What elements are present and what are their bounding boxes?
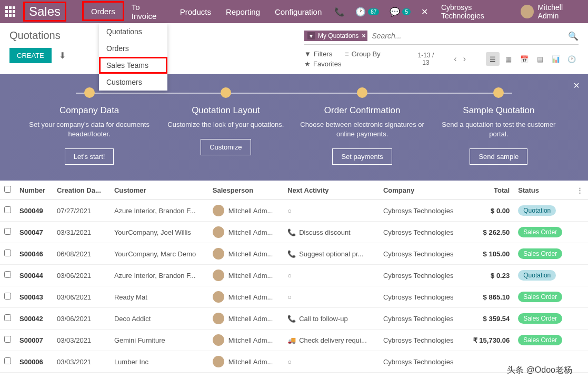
cell-more[interactable] xyxy=(571,243,588,265)
table-row[interactable]: S00046 06/08/2021 YourCompany, Marc Demo… xyxy=(0,243,588,265)
phone-activity-icon[interactable]: 📞 xyxy=(287,228,296,236)
facet-label: My Quotations xyxy=(318,32,358,39)
activity-empty-icon[interactable]: ○ xyxy=(287,358,292,366)
step-desc: Choose between electronic signatures or … xyxy=(294,120,431,139)
dropdown-orders[interactable]: Orders xyxy=(99,40,167,57)
cell-more[interactable] xyxy=(571,265,588,286)
cell-date: 06/08/2021 xyxy=(53,243,110,265)
create-button[interactable]: CREATE xyxy=(9,48,52,63)
nav-configuration[interactable]: Configuration xyxy=(267,0,329,23)
view-graph-icon[interactable]: 📊 xyxy=(549,52,563,66)
activity-empty-icon[interactable]: ○ xyxy=(287,207,292,215)
view-list-icon[interactable]: ☰ xyxy=(486,52,500,66)
favorites-button[interactable]: ★ Favorites xyxy=(304,60,341,68)
cell-customer: Ready Mat xyxy=(110,286,208,308)
cell-salesperson: Mitchell Adm... xyxy=(208,351,283,373)
nav-reporting[interactable]: Reporting xyxy=(218,0,267,23)
cell-status: Sales Order xyxy=(514,330,571,351)
col-next-activity[interactable]: Next Activity xyxy=(283,181,379,200)
select-all-checkbox[interactable] xyxy=(4,186,11,193)
watermark: 头条 @Odoo老杨 xyxy=(507,365,572,376)
step-desc: Set your company's data for documents he… xyxy=(21,120,157,139)
apps-icon[interactable] xyxy=(5,6,15,17)
filters-button[interactable]: ▼ Filters xyxy=(304,50,332,58)
cell-more[interactable] xyxy=(571,200,588,222)
facet-remove-icon[interactable]: × xyxy=(362,32,365,39)
search-bar[interactable]: ▾ My Quotations × 🔍 xyxy=(304,29,579,45)
view-calendar-icon[interactable]: 📅 xyxy=(517,52,531,66)
activity-empty-icon[interactable]: ○ xyxy=(287,272,292,280)
set-payments-button[interactable]: Set payments xyxy=(332,148,392,165)
col-total[interactable]: Total xyxy=(465,181,514,200)
col-status[interactable]: Status xyxy=(514,181,571,200)
row-checkbox[interactable] xyxy=(4,271,11,278)
col-customer[interactable]: Customer xyxy=(110,181,208,200)
table-row[interactable]: S00047 03/31/2021 YourCompany, Joel Will… xyxy=(0,222,588,243)
cell-status: Quotation xyxy=(514,200,571,222)
view-activity-icon[interactable]: 🕐 xyxy=(565,52,579,66)
nav-products[interactable]: Products xyxy=(173,0,218,23)
table-row[interactable]: S00043 03/06/2021 Ready Mat Mitchell Adm… xyxy=(0,286,588,308)
row-checkbox[interactable] xyxy=(4,206,11,213)
lets-start-button[interactable]: Let's start! xyxy=(65,148,114,165)
phone-activity-icon[interactable]: 📞 xyxy=(287,250,296,258)
close-icon[interactable]: × xyxy=(573,79,580,92)
phone-icon[interactable]: 📞 xyxy=(334,7,345,17)
cell-more[interactable] xyxy=(571,286,588,308)
dropdown-customers[interactable]: Customers xyxy=(99,74,167,91)
row-checkbox[interactable] xyxy=(4,336,11,343)
cell-customer: Gemini Furniture xyxy=(110,330,208,351)
row-checkbox[interactable] xyxy=(4,357,11,364)
nav-orders[interactable]: Orders xyxy=(82,1,124,21)
cell-more[interactable] xyxy=(571,222,588,243)
cell-more[interactable] xyxy=(571,330,588,351)
cell-more[interactable] xyxy=(571,308,588,330)
dropdown-sales-teams[interactable]: Sales Teams xyxy=(99,57,167,74)
cell-activity: ○ xyxy=(283,286,379,308)
col-more[interactable]: ⋮ xyxy=(571,181,588,200)
cell-total: $ 359.54 xyxy=(465,308,514,330)
dropdown-quotations[interactable]: Quotations xyxy=(99,23,167,40)
search-icon[interactable]: 🔍 xyxy=(568,31,579,41)
search-facet: ▾ My Quotations × xyxy=(304,31,367,41)
table-row[interactable]: S00007 03/03/2021 Gemini Furniture Mitch… xyxy=(0,330,588,351)
send-sample-button[interactable]: Send sample xyxy=(470,148,527,165)
col-number[interactable]: Number xyxy=(15,181,53,200)
step-dot-icon xyxy=(357,87,367,98)
row-checkbox[interactable] xyxy=(4,314,11,321)
col-creation-date[interactable]: Creation Da... xyxy=(53,181,110,200)
salesperson-avatar xyxy=(213,334,224,346)
search-input[interactable] xyxy=(367,29,568,42)
customize-button[interactable]: Customize xyxy=(201,139,251,155)
phone-activity-icon[interactable]: 📞 xyxy=(287,315,296,323)
row-checkbox[interactable] xyxy=(4,250,11,256)
step-title: Company Data xyxy=(21,105,157,116)
user-menu[interactable]: Mitchell Admin xyxy=(538,3,583,20)
col-salesperson[interactable]: Salesperson xyxy=(208,181,283,200)
company-switcher[interactable]: Cybrosys Technologies xyxy=(441,3,513,20)
nav-to-invoice[interactable]: To Invoice xyxy=(124,0,173,23)
avatar[interactable] xyxy=(521,5,534,18)
activity-icon[interactable]: 🕐87 xyxy=(355,7,379,17)
cell-more[interactable] xyxy=(571,351,588,373)
view-pivot-icon[interactable]: ▤ xyxy=(533,52,547,66)
pager-next-icon[interactable]: › xyxy=(463,54,466,64)
chat-icon[interactable]: 💬5 xyxy=(390,7,411,17)
table-row[interactable]: S00044 03/06/2021 Azure Interior, Brando… xyxy=(0,265,588,286)
activity-empty-icon[interactable]: ○ xyxy=(287,293,292,301)
cell-number: S00042 xyxy=(15,308,53,330)
row-checkbox[interactable] xyxy=(4,293,11,300)
groupby-button[interactable]: ≡ Group By xyxy=(345,50,381,58)
pager-prev-icon[interactable]: ‹ xyxy=(454,54,456,64)
cell-salesperson: Mitchell Adm... xyxy=(208,243,283,265)
delivery-activity-icon[interactable]: 🚚 xyxy=(287,336,296,344)
table-row[interactable]: S00006 03/03/2021 Lumber Inc Mitchell Ad… xyxy=(0,351,588,373)
col-company[interactable]: Company xyxy=(379,181,465,200)
app-brand[interactable]: Sales xyxy=(23,2,66,22)
row-checkbox[interactable] xyxy=(4,228,11,235)
view-kanban-icon[interactable]: ▦ xyxy=(502,52,515,66)
download-icon[interactable]: ⬇ xyxy=(59,51,66,61)
table-row[interactable]: S00042 03/06/2021 Deco Addict Mitchell A… xyxy=(0,308,588,330)
wrench-icon[interactable]: ✕ xyxy=(421,7,428,17)
table-row[interactable]: S00049 07/27/2021 Azure Interior, Brando… xyxy=(0,200,588,222)
